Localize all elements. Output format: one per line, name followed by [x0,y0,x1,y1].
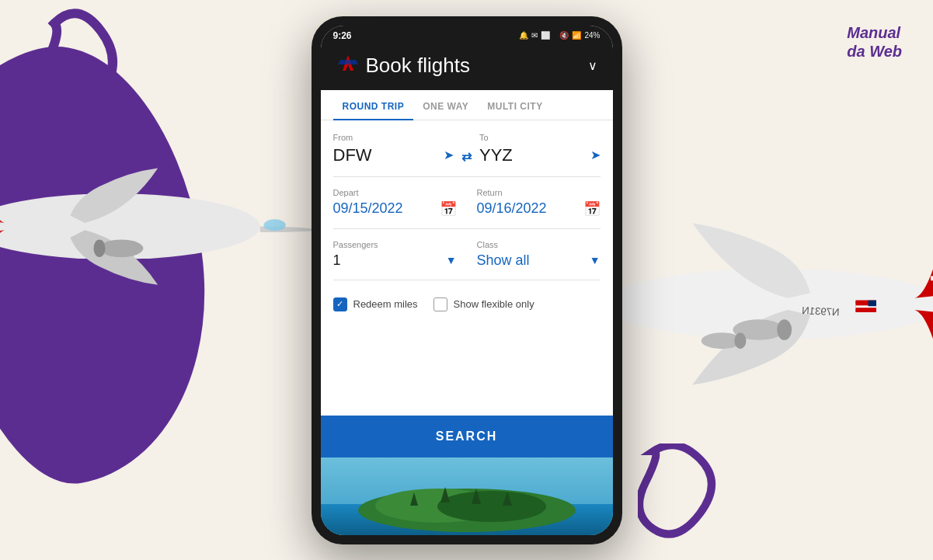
brand-logo: Manual da Web [847,23,902,61]
location-arrow-from-icon: ➤ [444,148,454,162]
svg-rect-18 [855,309,876,312]
header-left: Book flights [336,54,470,78]
app-content: ROUND TRIP ONE WAY MULTI CITY From [321,90,613,535]
status-icons: 🔔 ✉ ⬜ 🔇 📶 24% [519,31,600,40]
svg-point-13 [734,332,746,349]
depart-value-container: 09/15/2022 📅 [333,200,457,217]
search-button[interactable]: SEARCH [321,416,613,457]
from-to-row: From DFW ➤ ⇄ To YYZ [333,133,601,165]
signal-icon: 📶 [572,31,581,40]
options-row: Redeem miles Show flexible only [333,291,601,322]
from-value-container: DFW ➤ [333,145,454,165]
passengers-class-row: Passengers 1 ▼ Class Show all ▼ [333,240,601,269]
class-label: Class [477,240,601,249]
to-airport-code: YYZ [479,145,513,165]
battery-text: 24% [584,31,600,40]
location-arrow-to-icon: ➤ [590,148,601,162]
swap-divider: ⇄ [461,133,472,165]
status-time: 9:26 [333,30,352,41]
svg-point-4 [99,240,143,258]
from-label: From [333,133,454,142]
message-icon: ✉ [531,31,538,40]
passengers-count: 1 [333,252,341,269]
return-label: Return [477,188,601,197]
flexible-checkbox[interactable] [433,297,447,311]
depart-field[interactable]: Depart 09/15/2022 📅 [333,188,457,217]
to-field[interactable]: To YYZ ➤ [479,133,601,165]
class-field[interactable]: Class Show all ▼ [477,240,601,269]
swap-icon[interactable]: ⇄ [461,149,472,164]
separator-1 [333,176,601,177]
notification-icon: 🔔 [519,31,528,40]
separator-3 [333,280,601,280]
brand-line2: da Web [847,42,902,61]
return-value-container: 09/16/2022 📅 [477,200,601,217]
redeem-miles-label: Redeem miles [353,298,418,310]
passengers-value-container: 1 ▼ [333,252,457,269]
class-selected: Show all [477,252,530,269]
depart-date: 09/15/2022 [333,200,403,217]
brand-line1: Manual [847,23,902,42]
depart-label: Depart [333,188,457,197]
svg-text:N7931N: N7931N [802,304,840,318]
status-bar: 9:26 🔔 ✉ ⬜ 🔇 📶 24% [321,26,613,46]
class-value-container: Show all ▼ [477,252,601,269]
depart-calendar-icon[interactable]: 📅 [440,200,457,217]
to-label: To [479,133,601,142]
island-scene [321,457,613,535]
passengers-dropdown-icon[interactable]: ▼ [446,254,457,266]
tab-multi-city[interactable]: MULTI CITY [478,90,552,120]
return-calendar-icon[interactable]: 📅 [583,200,601,217]
passengers-label: Passengers [333,240,457,249]
tab-bar: ROUND TRIP ONE WAY MULTI CITY [321,90,613,120]
return-date: 09/16/2022 [477,200,547,217]
redeem-miles-option[interactable]: Redeem miles [333,297,418,311]
class-dropdown-icon[interactable]: ▼ [590,254,601,266]
tab-one-way[interactable]: ONE WAY [413,90,478,120]
phone-screen: 9:26 🔔 ✉ ⬜ 🔇 📶 24% [321,26,613,535]
separator-2 [333,228,601,229]
app-title: Book flights [366,54,470,78]
app-header: Book flights ∨ [321,46,613,90]
svg-point-11 [777,319,792,339]
aa-logo-icon [336,54,360,77]
tab-round-trip[interactable]: ROUND TRIP [333,90,414,120]
from-airport-code: DFW [333,145,372,165]
redeem-miles-checkbox[interactable] [333,297,347,311]
chevron-down-icon[interactable]: ∨ [588,58,597,73]
dates-row: Depart 09/15/2022 📅 Return 09/16/2022 📅 [333,188,601,217]
phone-device: 9:26 🔔 ✉ ⬜ 🔇 📶 24% [312,16,622,544]
svg-point-5 [93,240,105,258]
svg-point-24 [437,491,546,522]
svg-rect-19 [869,301,876,307]
phone-mockup: 9:26 🔔 ✉ ⬜ 🔇 📶 24% [312,16,622,544]
flexible-label: Show flexible only [454,298,534,310]
mute-icon: 🔇 [559,31,569,40]
passengers-field[interactable]: Passengers 1 ▼ [333,240,457,269]
form-area: From DFW ➤ ⇄ To YYZ [321,120,613,416]
svg-point-1 [263,219,285,231]
destination-preview [321,457,613,535]
return-field[interactable]: Return 09/16/2022 📅 [477,188,601,217]
to-value-container: YYZ ➤ [479,145,601,165]
from-field[interactable]: From DFW ➤ [333,133,454,165]
gallery-icon: ⬜ [541,31,550,40]
flexible-only-option[interactable]: Show flexible only [433,297,534,311]
